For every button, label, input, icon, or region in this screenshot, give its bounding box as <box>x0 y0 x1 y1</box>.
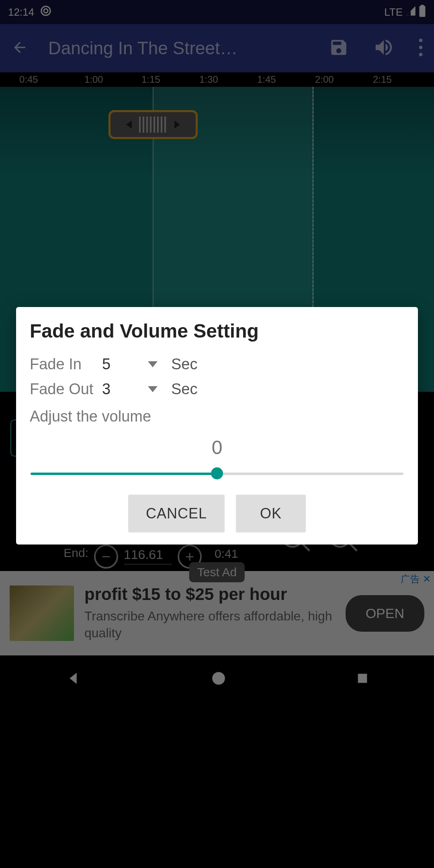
volume-slider[interactable] <box>31 467 403 480</box>
fade-out-value[interactable]: 3 <box>102 381 141 398</box>
fade-out-row: Fade Out 3 Sec <box>30 377 404 401</box>
adjust-volume-label: Adjust the volume <box>30 408 404 425</box>
fade-in-label: Fade In <box>30 356 102 373</box>
fade-in-value[interactable]: 5 <box>102 356 141 373</box>
fade-out-label: Fade Out <box>30 381 102 398</box>
cancel-button[interactable]: CANCEL <box>128 495 225 532</box>
fade-in-dropdown[interactable] <box>141 361 165 367</box>
fade-volume-dialog: Fade and Volume Setting Fade In 5 Sec Fa… <box>16 307 418 545</box>
fade-in-row: Fade In 5 Sec <box>30 352 404 377</box>
slider-fill <box>31 473 217 475</box>
dialog-title: Fade and Volume Setting <box>30 320 404 342</box>
fade-out-dropdown[interactable] <box>141 386 165 392</box>
slider-thumb[interactable] <box>211 467 223 479</box>
chevron-down-icon <box>148 361 158 367</box>
volume-value: 0 <box>30 436 404 459</box>
fade-out-unit: Sec <box>171 381 197 398</box>
fade-in-unit: Sec <box>171 356 197 373</box>
ok-button[interactable]: OK <box>236 495 306 532</box>
chevron-down-icon <box>148 386 158 392</box>
